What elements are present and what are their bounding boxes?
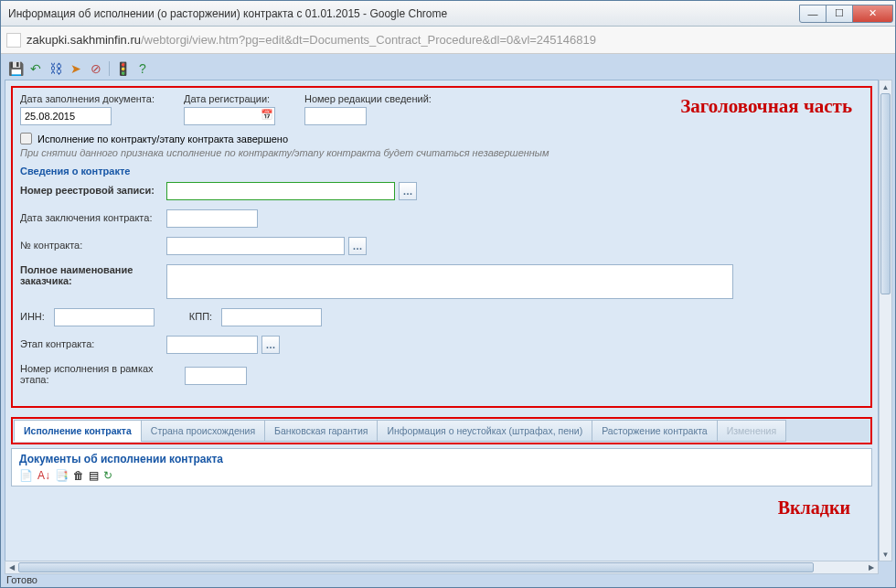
horizontal-scrollbar[interactable]: ◀ ▶	[5, 561, 879, 574]
url-path: /webtorgi/view.htm?pg=edit&dt=Documents_…	[141, 33, 596, 47]
maximize-button[interactable]: ☐	[826, 5, 853, 23]
reg-date-label: Дата регистрации:	[184, 93, 275, 104]
tabs-frame: Исполнение контракта Страна происхождени…	[11, 417, 872, 444]
hscroll-thumb[interactable]	[18, 562, 814, 572]
tabs-annotation: Вкладки	[778, 497, 850, 519]
doc-delete-icon[interactable]: 🗑	[73, 469, 84, 482]
documents-title: Документы об исполнении контракта	[19, 453, 864, 465]
link-icon[interactable]: ⛓	[48, 61, 63, 76]
stage-input[interactable]	[166, 336, 258, 354]
registry-lookup-button[interactable]: …	[399, 182, 417, 200]
kpp-input[interactable]	[221, 308, 322, 326]
documents-toolbar: 📄 A↓ 📑 🗑 ▤ ↻	[19, 469, 864, 482]
exec-number-label: Номер исполнения в рамках этапа:	[20, 363, 185, 385]
customer-label: Полное наименование заказчика:	[20, 264, 166, 286]
completed-checkbox[interactable]	[20, 133, 32, 144]
window-titlebar: Информация об исполнении (о расторжении)…	[1, 1, 895, 27]
revision-input[interactable]	[304, 107, 367, 125]
window-title: Информация об исполнении (о расторжении)…	[8, 7, 800, 20]
completed-checkbox-label: Исполнение по контракту/этапу контракта …	[37, 134, 288, 144]
vscroll-thumb[interactable]	[880, 93, 891, 294]
inn-label: ИНН:	[20, 311, 45, 322]
customer-textarea[interactable]	[166, 264, 733, 299]
help-icon[interactable]: ?	[135, 61, 150, 76]
discard-icon[interactable]: ⊘	[89, 61, 103, 76]
separator	[109, 61, 110, 76]
main-panel: Заголовочная часть Дата заполнения докум…	[5, 80, 879, 561]
stage-label: Этап контракта:	[20, 338, 166, 349]
undo-icon[interactable]: ↶	[28, 61, 43, 76]
tab-origin[interactable]: Страна происхождения	[141, 420, 265, 442]
address-bar: zakupki.sakhminfin.ru/webtorgi/view.htm?…	[1, 27, 895, 54]
doc-copy-icon[interactable]: 📑	[55, 469, 69, 482]
app-area: 💾 ↶ ⛓ ➤ ⊘ 🚦 ? Заголовочная часть Дата за…	[1, 54, 895, 587]
revision-label: Номер редакции сведений:	[304, 93, 432, 104]
fill-date-label: Дата заполнения документа:	[20, 93, 155, 104]
status-bar: Готово	[1, 574, 895, 587]
url[interactable]: zakupki.sakhminfin.ru/webtorgi/view.htm?…	[27, 33, 596, 47]
minimize-button[interactable]: —	[799, 5, 827, 23]
tab-termination[interactable]: Расторжение контракта	[592, 420, 717, 442]
header-section-frame: Заголовочная часть Дата заполнения докум…	[11, 86, 872, 408]
registry-input[interactable]	[166, 182, 395, 200]
page-icon	[6, 33, 21, 48]
tab-changes[interactable]: Изменения	[717, 420, 786, 442]
completed-hint: При снятии данного признака исполнение п…	[20, 147, 863, 158]
reg-date-input[interactable]	[184, 107, 275, 125]
close-button[interactable]: ✕	[852, 5, 893, 23]
doc-new-icon[interactable]: 📄	[19, 469, 33, 482]
window-buttons: — ☐ ✕	[800, 5, 893, 23]
tab-penalties[interactable]: Информация о неустойках (штрафах, пени)	[377, 420, 592, 442]
toolbar: 💾 ↶ ⛓ ➤ ⊘ 🚦 ?	[5, 58, 891, 80]
scroll-right-arrow[interactable]: ▶	[865, 561, 878, 573]
traffic-icon[interactable]: 🚦	[115, 61, 130, 76]
url-host: zakupki.sakhminfin.ru	[27, 33, 141, 47]
doc-filter-icon[interactable]: ▤	[89, 469, 99, 482]
exec-number-input[interactable]	[185, 367, 247, 385]
scroll-left-arrow[interactable]: ◀	[5, 561, 18, 573]
contract-number-input[interactable]	[166, 237, 345, 255]
tabs: Исполнение контракта Страна происхождени…	[14, 420, 869, 442]
contract-date-input[interactable]	[166, 209, 258, 228]
documents-section: Документы об исполнении контракта 📄 A↓ 📑…	[11, 448, 872, 486]
status-text: Готово	[6, 574, 37, 585]
tab-bank-guarantee[interactable]: Банковская гарантия	[264, 420, 378, 442]
contract-date-label: Дата заключения контракта:	[20, 212, 166, 223]
header-annotation: Заголовочная часть	[680, 95, 852, 118]
send-icon[interactable]: ➤	[69, 61, 83, 76]
tab-execution[interactable]: Исполнение контракта	[14, 420, 142, 442]
contract-number-lookup-button[interactable]: …	[348, 237, 367, 255]
vertical-scrollbar[interactable]: ▲ ▼	[879, 80, 892, 561]
fill-date-input[interactable]	[20, 107, 112, 125]
contract-number-label: № контракта:	[20, 240, 166, 251]
doc-edit-icon[interactable]: A↓	[37, 469, 50, 482]
contract-section-title: Сведения о контракте	[20, 166, 863, 176]
kpp-label: КПП:	[189, 311, 212, 322]
save-icon[interactable]: 💾	[8, 61, 23, 76]
doc-refresh-icon[interactable]: ↻	[103, 469, 112, 482]
registry-label: Номер реестровой записи:	[20, 185, 166, 196]
stage-lookup-button[interactable]: …	[261, 336, 280, 354]
inn-input[interactable]	[54, 308, 155, 326]
scroll-down-arrow[interactable]: ▼	[880, 548, 891, 561]
scroll-up-arrow[interactable]: ▲	[880, 80, 891, 93]
